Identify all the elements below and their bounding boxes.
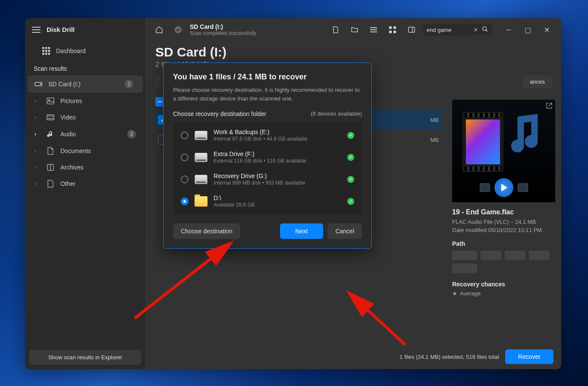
list-view-icon[interactable] [366,22,381,37]
destination-sub: Internal 97.6 GB disk • 44.6 GB availabl… [214,136,341,142]
svg-line-29 [486,30,488,32]
video-icon [47,113,54,121]
sidebar-item-other[interactable]: › Other [25,176,145,192]
svg-rect-25 [393,31,396,33]
radio-button[interactable] [181,198,189,205]
file-icon[interactable] [328,22,343,37]
svg-rect-6 [42,53,44,55]
svg-rect-0 [42,47,44,49]
chances-filter-button[interactable]: ances [523,75,552,88]
folder-icon [195,196,208,207]
svg-rect-8 [48,53,50,55]
maximize-button[interactable]: ▢ [519,23,536,37]
path-label: Path [452,240,555,247]
radio-button[interactable] [181,154,189,161]
breadcrumb: SD Card (I:) Scan completed successfully [190,23,256,36]
music-note-icon [506,111,542,158]
sidebar-item-pictures[interactable]: › Pictures [25,93,145,109]
film-strip-icon [462,112,503,172]
destination-item[interactable]: D:\ Available 28.6 GB [175,190,360,212]
panel-icon[interactable] [404,22,419,37]
minimize-button[interactable]: ─ [500,23,517,37]
chevron-right-icon: › [35,114,41,120]
grid-view-icon[interactable] [385,22,400,37]
media-controls [480,178,528,197]
svg-rect-11 [47,98,54,104]
sidebar-item-label: Documents [60,147,91,154]
recover-button[interactable]: Recover [505,349,553,364]
sidebar-dashboard[interactable]: Dashboard [25,43,145,59]
svg-rect-22 [389,26,392,29]
menu-icon[interactable] [32,27,41,33]
breadcrumb-status: Scan completed successfully [190,30,256,36]
status-footer: 1 files (24.1 MB) selected, 516 files to… [146,344,561,369]
destination-list: Work & Backups (E:) Internal 97.6 GB dis… [173,122,362,215]
close-button[interactable]: ✕ [538,23,555,37]
search-box[interactable]: ✕ [423,24,492,35]
home-icon[interactable] [152,22,167,37]
details-panel: 19 - End Game.flac FLAC Audio File (VLC)… [446,94,561,344]
sidebar-item-audio[interactable]: › Audio 2 [25,126,145,143]
sidebar-item-documents[interactable]: › Documents [25,143,145,159]
details-modified: Date modified 05/10/2022 10:11 PM [452,227,555,233]
fullscreen-icon[interactable] [518,183,528,192]
show-in-explorer-button[interactable]: Show scan results in Explorer [29,350,141,365]
svg-rect-23 [393,26,396,29]
grid-icon [42,47,50,55]
sidebar-item-archives[interactable]: › Archives [25,159,145,176]
chevron-right-icon: › [35,181,41,187]
drive-icon [35,80,42,88]
destination-count: (8 devices available) [311,110,362,117]
check-icon [347,198,354,205]
sidebar-item-label: Pictures [60,97,82,104]
stop-icon[interactable] [480,183,490,192]
sidebar-item-video[interactable]: › Video [25,109,145,126]
audio-icon [47,130,54,138]
destination-item[interactable]: Work & Backups (E:) Internal 97.6 GB dis… [175,124,360,146]
next-button[interactable]: Next [280,223,324,239]
check-circle-icon[interactable] [171,22,186,37]
choose-destination-button[interactable]: Choose destination [173,223,240,239]
svg-rect-7 [45,53,47,55]
details-type: FLAC Audio File (VLC) – 24.1 MB [452,219,555,225]
sidebar-item-sdcard[interactable]: SD Card (I:) 2 [28,75,143,93]
sidebar-item-label: Other [60,180,75,187]
svg-rect-1 [45,47,47,49]
sidebar-item-label: Video [60,114,76,121]
chances-filter-label: ances [530,78,545,85]
destination-name: Work & Backups (E:) [214,129,341,135]
destination-label: Choose recovery destination folder [173,110,266,117]
svg-rect-5 [48,50,50,52]
destination-item[interactable]: Extra Drive (F:) External 116 GB disk • … [175,146,360,168]
folder-icon[interactable] [347,22,362,37]
breadcrumb-title: SD Card (I:) [190,23,256,30]
radio-button[interactable] [181,176,189,183]
play-button[interactable] [494,178,513,197]
destination-sub: External 116 GB disk • 116 GB available [214,158,341,164]
svg-rect-2 [48,47,50,49]
drive-icon [195,153,208,162]
image-icon [47,97,54,105]
destination-name: Recovery Drive (G:) [214,173,341,179]
destination-item[interactable]: Recovery Drive (G:) Internal 999 MB disk… [175,168,360,190]
file-size: MB [431,117,439,123]
archive-icon [47,163,54,171]
search-input[interactable] [427,27,470,33]
destination-name: D:\ [214,195,341,201]
modal-description: Please choose recovery destination. It i… [173,86,362,103]
drive-icon [195,131,208,140]
sidebar-badge: 2 [125,80,133,88]
search-icon[interactable] [482,26,488,34]
cancel-button[interactable]: Cancel [327,223,362,239]
drive-icon [195,175,208,184]
svg-rect-26 [409,27,415,32]
svg-point-10 [40,84,41,85]
radio-button[interactable] [181,132,189,139]
clear-search-icon[interactable]: ✕ [473,26,478,33]
svg-point-12 [49,100,50,101]
svg-rect-21 [370,31,377,32]
destination-sub: Internal 999 MB disk • 983 MB available [214,180,341,186]
svg-point-28 [483,27,487,31]
recovery-chances-value: ★ Average [452,290,555,297]
svg-rect-3 [42,50,44,52]
